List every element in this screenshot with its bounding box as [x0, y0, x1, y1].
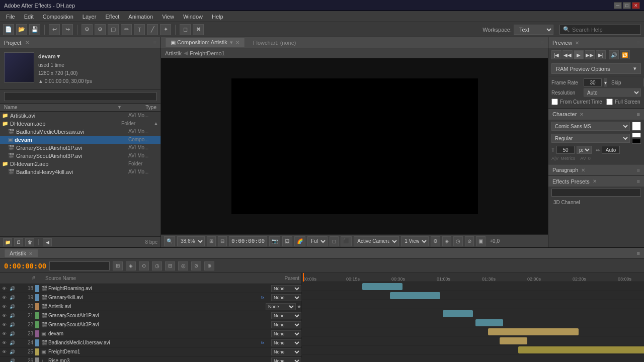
layer-audio-21[interactable]: 🔊	[8, 313, 16, 318]
timeline-tab-close[interactable]: ✕	[29, 251, 33, 256]
grid-button[interactable]: ⊞	[207, 236, 216, 246]
layer-audio-18[interactable]: 🔊	[8, 286, 16, 291]
audio-button[interactable]: 🔊	[609, 50, 619, 59]
layer-row[interactable]: 🔊 26 ♪ Rise.mp3 None	[0, 356, 301, 362]
flowchart-tab[interactable]: Flowchart: (none)	[248, 39, 301, 47]
search-input[interactable]	[572, 27, 637, 33]
view-options-button[interactable]: ⚙	[431, 236, 440, 246]
layer-parent-18[interactable]: None	[271, 285, 301, 292]
layer-parent-25[interactable]: None	[271, 348, 301, 355]
transparency-button[interactable]: ⬛	[341, 236, 352, 246]
comp-panel-menu-icon[interactable]: ≡	[541, 40, 544, 46]
loop-button[interactable]: 🔁	[620, 50, 630, 59]
tl-ctrl-7[interactable]: ⊘	[191, 261, 201, 270]
project-panel-menu-icon[interactable]: ≡	[153, 40, 156, 46]
layer-row[interactable]: 👁 🔊 22 🎬 GranaryScoutAir3P.avi None	[0, 320, 301, 329]
layer-parent-21[interactable]: None	[271, 312, 301, 319]
layer-vis-25[interactable]: 👁	[0, 349, 8, 354]
close-button[interactable]: ✕	[632, 2, 640, 9]
auto-kern-input[interactable]	[602, 146, 620, 154]
menu-edit[interactable]: Edit	[20, 13, 38, 21]
layer-parent-26[interactable]: None	[271, 357, 301, 363]
menu-layer[interactable]: Layer	[78, 13, 101, 21]
menu-effect[interactable]: Effect	[101, 13, 123, 21]
paragraph-panel-menu[interactable]: ≡	[637, 167, 640, 173]
list-item[interactable]: 🎬 BadlandsMedicUbersaw.avi AVI Mo...	[0, 128, 160, 136]
layer-parent-19[interactable]: None	[271, 294, 301, 301]
menu-window[interactable]: Window	[179, 13, 207, 21]
effects-search-input[interactable]	[551, 189, 641, 197]
maximize-button[interactable]: □	[623, 2, 631, 9]
last-frame-button[interactable]: ▶|	[596, 50, 606, 59]
view-select[interactable]: 1 View 2 Views 4 Views	[401, 236, 429, 246]
undo-button[interactable]: ↩	[49, 24, 60, 35]
resolution-select[interactable]: Full Half Quarter	[307, 236, 328, 246]
layer-audio-24[interactable]: 🔊	[8, 340, 16, 345]
preview-panel-menu[interactable]: ≡	[637, 40, 640, 46]
layer-vis-18[interactable]: 👁	[0, 286, 8, 291]
layer-vis-19[interactable]: 👁	[0, 295, 8, 300]
tl-ctrl-1[interactable]: ⊞	[113, 261, 123, 270]
preview-quality-button[interactable]: ◈	[442, 236, 451, 246]
timeline-panel-menu[interactable]: ≡	[637, 250, 640, 256]
tool4-button[interactable]: ╱	[147, 24, 158, 35]
layer-audio-25[interactable]: 🔊	[8, 349, 16, 354]
play-button[interactable]: ▶	[574, 50, 584, 59]
tl-ctrl-2[interactable]: ◈	[126, 261, 136, 270]
frame-rate-dropdown[interactable]: ▾	[604, 78, 607, 86]
tl-ctrl-4[interactable]: ◷	[152, 261, 162, 270]
layer-parent-22[interactable]: None	[271, 321, 301, 328]
layer-vis-20[interactable]: 👁	[0, 304, 8, 309]
layer-row[interactable]: 👁 🔊 25 ▣ FreightDemo1 None	[0, 347, 301, 356]
draft-button[interactable]: ⊘	[465, 236, 474, 246]
font-family-select[interactable]: Comic Sans MS	[551, 122, 630, 131]
layer-row[interactable]: 👁 🔊 19 🎬 Granary4kill.avi fx None	[0, 293, 301, 302]
opengl-button[interactable]: ▣	[476, 236, 486, 246]
font-size-input[interactable]	[556, 146, 575, 154]
list-item[interactable]: 📁 DHdevam2.aep Folder	[0, 160, 160, 168]
show-channel-button[interactable]: 🌈	[294, 236, 305, 246]
ram-preview-options-button[interactable]: RAM Preview Options ▾	[551, 63, 641, 74]
list-item[interactable]: 🎬 BadlandsHeavy4kill.avi AVI Mo...	[0, 168, 160, 176]
menu-help[interactable]: Help	[208, 13, 227, 21]
menu-file[interactable]: File	[2, 13, 19, 21]
layer-row[interactable]: 👁 🔊 23 ▣ devam None	[0, 329, 301, 338]
layer-vis-24[interactable]: 👁	[0, 340, 8, 345]
tool6-button[interactable]: ◻	[180, 24, 191, 35]
breadcrumb-freightdemo1[interactable]: FreightDemo1	[190, 50, 225, 56]
open-button[interactable]: 📂	[16, 24, 27, 35]
render-button[interactable]: ⚙	[82, 24, 93, 35]
effects-panel-close[interactable]: ✕	[593, 178, 597, 184]
font-size-unit-select[interactable]: px pt	[577, 146, 592, 154]
comp-tab-arrow[interactable]: ▾	[230, 39, 233, 45]
layer-parent-20[interactable]: None	[266, 303, 296, 310]
layer-parent-23[interactable]: None	[271, 330, 301, 337]
list-item[interactable]: 🎬 GranaryScoutAirshot1P.avi AVI Mo...	[0, 144, 160, 152]
tool7-button[interactable]: ✖	[193, 24, 204, 35]
project-search-input[interactable]	[4, 92, 156, 101]
delete-button[interactable]: 🗑	[25, 238, 34, 246]
menu-animation[interactable]: Animation	[124, 13, 157, 21]
layer-vis-22[interactable]: 👁	[0, 322, 8, 327]
snapshot-button[interactable]: 📷	[269, 236, 280, 246]
menu-composition[interactable]: Composition	[39, 13, 77, 21]
paragraph-panel-close[interactable]: ✕	[581, 167, 585, 173]
next-frame-button[interactable]: ▶▶	[585, 50, 595, 59]
tool1-button[interactable]: ▢	[108, 24, 119, 35]
breadcrumb-artistik[interactable]: Artistik	[165, 50, 182, 56]
layer-row[interactable]: 👁 🔊 20 🎬 Artistik.avi None ★	[0, 302, 301, 311]
redo-button[interactable]: ↪	[62, 24, 73, 35]
comp-tab-artistik[interactable]: ▣ Composition: Artistik ▾ ✕	[165, 38, 245, 47]
prev-item-button[interactable]: ◀	[43, 238, 52, 246]
region-interest-button[interactable]: ◻	[330, 236, 339, 246]
list-item[interactable]: 📁 DHdevam.aep Folder ▲	[0, 120, 160, 128]
timeline-search-input[interactable]	[49, 261, 110, 270]
preview-resolution-select[interactable]: Auto Full Half	[584, 88, 641, 97]
workspace-select[interactable]: Text Standard Minimal	[514, 25, 553, 35]
font-color-box[interactable]	[632, 122, 641, 131]
fill-color-box[interactable]	[632, 133, 641, 138]
zoom-select[interactable]: 38,6% 50% 100%	[177, 236, 205, 246]
tool5-button[interactable]: ✦	[160, 24, 171, 35]
layer-vis-23[interactable]: 👁	[0, 331, 8, 336]
layer-row[interactable]: 👁 🔊 24 🎬 BadlandsMedicUbersaw.avi fx Non…	[0, 338, 301, 347]
